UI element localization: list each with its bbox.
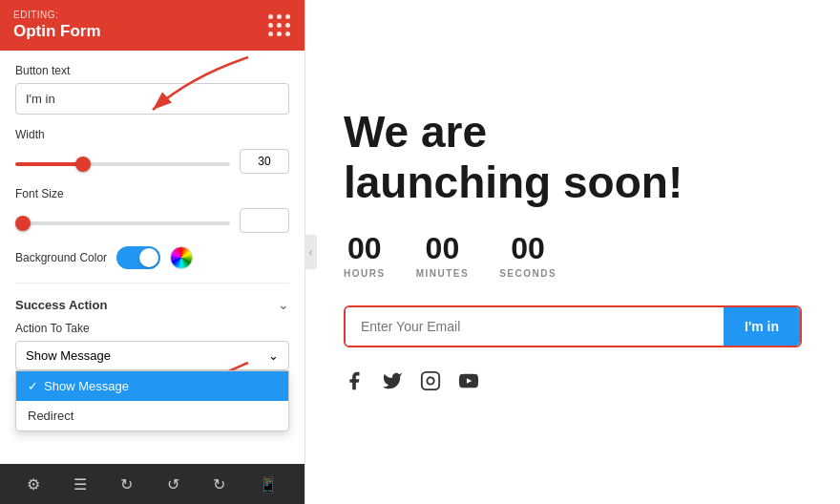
redo-icon[interactable]: ↻ xyxy=(205,472,233,497)
right-panel: We are launching soon! 00 HOURS 00 MINUT… xyxy=(305,0,840,504)
collapse-panel-handle[interactable]: ‹ xyxy=(304,235,317,269)
history-icon[interactable]: ↻ xyxy=(113,472,140,497)
countdown-minutes: 00 MINUTES xyxy=(416,231,470,279)
submit-button[interactable]: I'm in xyxy=(724,307,800,346)
grid-menu-icon[interactable] xyxy=(268,14,291,37)
email-input[interactable] xyxy=(346,307,724,346)
action-dropdown[interactable]: Show Message ⌄ xyxy=(15,341,289,370)
hours-value: 00 xyxy=(347,231,382,266)
dropdown-item-show-message[interactable]: ✓ Show Message xyxy=(16,371,288,401)
color-picker-icon[interactable] xyxy=(170,246,193,269)
section-divider xyxy=(15,283,289,284)
success-action-header: Success Action ⌄ xyxy=(15,297,289,312)
editing-label: EDITING: xyxy=(13,10,101,20)
action-to-take-label: Action To Take xyxy=(15,322,289,335)
bottom-toolbar: ⚙ ☰ ↻ ↺ ↻ 📱 xyxy=(0,464,304,504)
width-row xyxy=(15,149,289,174)
width-number-input[interactable] xyxy=(240,149,289,174)
twitter-icon[interactable] xyxy=(382,370,403,397)
bg-color-row: Background Color xyxy=(15,246,289,269)
title-line2: launching soon! xyxy=(344,158,682,207)
settings-icon[interactable]: ⚙ xyxy=(19,472,48,497)
bg-color-toggle[interactable] xyxy=(116,246,160,269)
font-size-row xyxy=(15,208,289,233)
facebook-icon[interactable] xyxy=(344,370,365,397)
social-row xyxy=(344,370,479,397)
font-size-slider-wrapper xyxy=(15,212,230,229)
chevron-down-icon[interactable]: ⌄ xyxy=(278,297,289,312)
minutes-label: MINUTES xyxy=(416,268,470,279)
button-text-input[interactable] xyxy=(15,83,289,115)
action-selected-value: Show Message xyxy=(26,348,111,363)
title-line1: We are xyxy=(344,107,487,157)
left-panel: EDITING: Optin Form Button text Width Fo… xyxy=(0,0,305,504)
instagram-icon[interactable] xyxy=(420,370,441,397)
email-form: I'm in xyxy=(344,305,802,347)
button-text-label: Button text xyxy=(15,64,289,77)
hours-label: HOURS xyxy=(344,268,386,279)
countdown-row: 00 HOURS 00 MINUTES 00 SECONDS xyxy=(344,231,556,279)
dropdown-item-redirect[interactable]: Redirect xyxy=(16,401,288,430)
dropdown-menu: ✓ Show Message Redirect xyxy=(15,370,289,431)
show-message-label: Show Message xyxy=(44,379,129,393)
mobile-icon[interactable]: 📱 xyxy=(251,472,285,497)
launch-title: We are launching soon! xyxy=(344,107,682,208)
font-size-slider[interactable] xyxy=(15,221,230,225)
success-action-title: Success Action xyxy=(15,298,107,312)
action-dropdown-wrapper: Show Message ⌄ ✓ Show Message Redirect xyxy=(15,341,289,370)
layers-icon[interactable]: ☰ xyxy=(66,472,94,497)
svg-rect-2 xyxy=(422,372,439,389)
width-slider[interactable] xyxy=(15,162,230,166)
width-label: Width xyxy=(15,128,289,141)
youtube-icon[interactable] xyxy=(458,370,479,397)
countdown-hours: 00 HOURS xyxy=(344,231,386,279)
redirect-label: Redirect xyxy=(28,409,74,423)
bg-color-label: Background Color xyxy=(15,251,107,264)
countdown-seconds: 00 SECONDS xyxy=(499,231,556,279)
minutes-value: 00 xyxy=(426,231,460,266)
font-size-number-input[interactable] xyxy=(240,208,289,233)
checkmark-icon: ✓ xyxy=(28,379,38,393)
seconds-value: 00 xyxy=(511,231,545,266)
seconds-label: SECONDS xyxy=(499,268,556,279)
panel-content: Button text Width Font Size Background C… xyxy=(0,51,304,464)
width-slider-wrapper xyxy=(15,153,230,170)
font-size-label: Font Size xyxy=(15,187,289,200)
undo-icon[interactable]: ↺ xyxy=(159,472,187,497)
dropdown-chevron-icon: ⌄ xyxy=(268,348,279,363)
panel-title: Optin Form xyxy=(13,22,101,41)
panel-header: EDITING: Optin Form xyxy=(0,0,304,51)
